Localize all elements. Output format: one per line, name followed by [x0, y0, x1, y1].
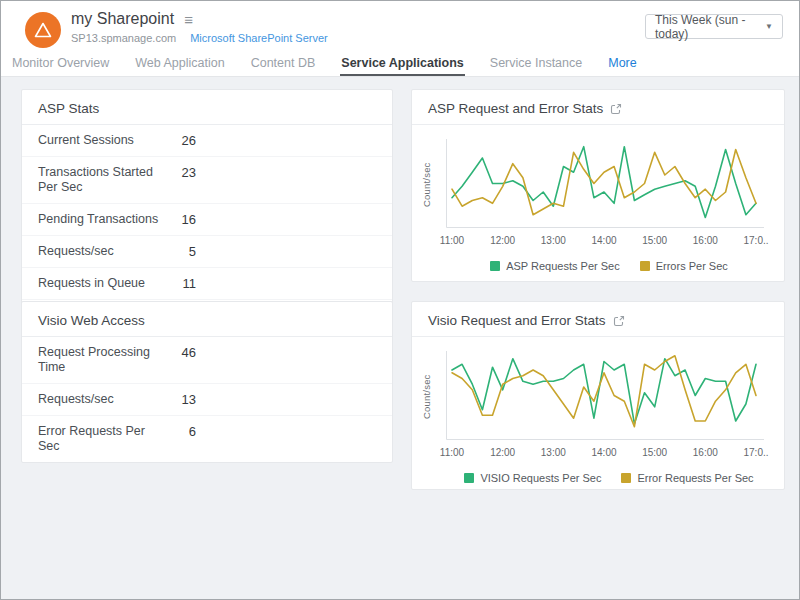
stat-row: Requests/sec13: [22, 384, 392, 416]
content-area: ASP Stats Current Sessions26Transactions…: [1, 77, 799, 599]
legend-item[interactable]: Error Requests Per Sec: [621, 472, 753, 484]
tab-content-db[interactable]: Content DB: [250, 49, 317, 76]
x-tick-label: 15:00: [637, 235, 673, 246]
series-line: [452, 356, 756, 427]
external-link-icon[interactable]: [613, 315, 625, 327]
x-tick-label: 14:00: [586, 235, 622, 246]
legend-label: Error Requests Per Sec: [637, 472, 753, 484]
monitor-status-icon: [25, 12, 61, 48]
legend-label: VISIO Requests Per Sec: [480, 472, 601, 484]
stat-value: 26: [162, 129, 196, 152]
panel-title: ASP Stats: [22, 90, 392, 125]
monitor-title-block: my Sharepoint ≡ SP13.spmanage.com Micros…: [71, 10, 328, 44]
x-tick-label: 11:00: [434, 235, 470, 246]
hamburger-menu-icon[interactable]: ≡: [184, 12, 193, 27]
x-tick-label: 17:0..: [738, 447, 774, 458]
tab-more[interactable]: More: [607, 49, 637, 76]
stat-value: 11: [162, 272, 196, 295]
legend-item[interactable]: VISIO Requests Per Sec: [464, 472, 601, 484]
time-range-dropdown[interactable]: This Week (sun - today) ▼: [645, 14, 783, 39]
stat-row: Requests in Queue11: [22, 268, 392, 300]
tab-bar: Monitor OverviewWeb ApplicationContent D…: [1, 49, 799, 77]
tab-service-applications[interactable]: Service Applications: [340, 49, 465, 76]
asp-chart-panel: ASP Request and Error Stats Count/sec 11…: [411, 89, 785, 282]
chart-title: ASP Request and Error Stats: [428, 101, 603, 116]
chart-plot: [446, 135, 764, 229]
legend-swatch: [464, 473, 474, 483]
header: my Sharepoint ≡ SP13.spmanage.com Micros…: [1, 1, 799, 49]
y-axis-label: Count/sec: [421, 162, 432, 207]
page-title: my Sharepoint: [71, 10, 174, 28]
legend-label: Errors Per Sec: [656, 260, 728, 272]
stat-row: Requests/sec5: [22, 236, 392, 268]
x-tick-label: 16:00: [687, 235, 723, 246]
panel-title: Visio Web Access: [22, 302, 392, 337]
app-window: my Sharepoint ≡ SP13.spmanage.com Micros…: [0, 0, 800, 600]
stat-label: Current Sessions: [38, 129, 162, 152]
x-tick-label: 15:00: [637, 447, 673, 458]
chart-plot: [446, 347, 764, 441]
stat-label: Requests in Queue: [38, 272, 162, 295]
series-line: [452, 359, 756, 424]
x-tick-label: 13:00: [535, 447, 571, 458]
monitor-host: SP13.spmanage.com: [71, 32, 176, 44]
external-link-icon[interactable]: [610, 103, 622, 115]
caret-down-icon: ▼: [765, 22, 773, 31]
x-axis-ticks: 11:0012:0013:0014:0015:0016:0017:0..: [446, 445, 772, 460]
x-tick-label: 14:00: [586, 447, 622, 458]
x-tick-label: 12:00: [485, 235, 521, 246]
series-line: [452, 147, 756, 218]
stat-label: Request Processing Time: [38, 341, 162, 379]
tab-monitor-overview[interactable]: Monitor Overview: [11, 49, 110, 76]
stat-label: Transactions Started Per Sec: [38, 161, 162, 199]
legend-item[interactable]: Errors Per Sec: [640, 260, 728, 272]
tab-web-application[interactable]: Web Application: [134, 49, 225, 76]
legend-item[interactable]: ASP Requests Per Sec: [490, 260, 620, 272]
stat-value: 46: [162, 341, 196, 364]
legend-swatch: [621, 473, 631, 483]
tab-service-instance[interactable]: Service Instance: [489, 49, 583, 76]
x-tick-label: 12:00: [485, 447, 521, 458]
stat-value: 16: [162, 208, 196, 231]
stat-row: Error Requests Per Sec6: [22, 416, 392, 462]
chart-legend: ASP Requests Per SecErrors Per Sec: [446, 260, 772, 272]
legend-swatch: [640, 261, 650, 271]
x-tick-label: 11:00: [434, 447, 470, 458]
stat-row: Current Sessions26: [22, 125, 392, 157]
x-tick-label: 13:00: [535, 235, 571, 246]
stat-label: Error Requests Per Sec: [38, 420, 162, 458]
stat-label: Requests/sec: [38, 240, 162, 263]
stat-row: Request Processing Time46: [22, 337, 392, 384]
visio-chart-panel: Visio Request and Error Stats Count/sec …: [411, 301, 785, 490]
series-line: [452, 150, 756, 215]
stat-value: 23: [162, 161, 196, 184]
x-axis-ticks: 11:0012:0013:0014:0015:0016:0017:0..: [446, 233, 772, 248]
stat-value: 13: [162, 388, 196, 411]
chart-plot-area: [446, 135, 772, 233]
x-tick-label: 17:0..: [738, 235, 774, 246]
time-range-value: This Week (sun - today): [655, 13, 765, 41]
stat-label: Pending Transactions: [38, 208, 162, 231]
stat-label: Requests/sec: [38, 388, 162, 411]
chart-legend: VISIO Requests Per SecError Requests Per…: [446, 472, 772, 484]
stat-value: 5: [162, 240, 196, 263]
stat-value: 6: [162, 420, 196, 443]
chart-plot-area: [446, 347, 772, 445]
visio-stats-panel: Visio Web Access Request Processing Time…: [21, 301, 393, 463]
x-tick-label: 16:00: [687, 447, 723, 458]
stat-row: Pending Transactions16: [22, 204, 392, 236]
y-axis-label: Count/sec: [421, 374, 432, 419]
stat-row: Transactions Started Per Sec23: [22, 157, 392, 204]
monitor-type-link[interactable]: Microsoft SharePoint Server: [190, 32, 328, 44]
legend-label: ASP Requests Per Sec: [506, 260, 620, 272]
chart-title: Visio Request and Error Stats: [428, 313, 606, 328]
legend-swatch: [490, 261, 500, 271]
